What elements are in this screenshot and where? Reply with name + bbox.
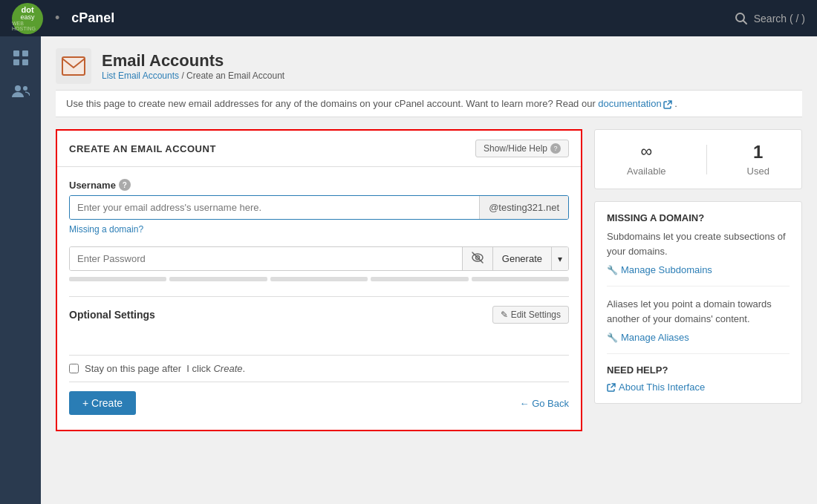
go-back-link[interactable]: ← Go Back bbox=[520, 398, 569, 409]
grid-icon bbox=[13, 50, 29, 66]
svg-rect-8 bbox=[62, 57, 85, 75]
email-icon bbox=[56, 48, 91, 84]
breadcrumb-link[interactable]: List Email Accounts bbox=[102, 71, 179, 81]
logo-sub-text: WEB HOSTING bbox=[12, 21, 43, 31]
eye-slash-icon bbox=[470, 252, 485, 264]
documentation-link[interactable]: documentation bbox=[598, 98, 661, 109]
page-title-area: Email Accounts List Email Accounts / Cre… bbox=[102, 51, 284, 81]
svg-rect-2 bbox=[13, 50, 19, 56]
username-label: Username ? bbox=[69, 179, 569, 191]
strength-bars bbox=[69, 274, 569, 284]
sidebar-icon-grid[interactable] bbox=[7, 44, 35, 72]
form-body: Username ? @testing321.net Missing a dom… bbox=[57, 167, 581, 430]
create-btn-label: + Create bbox=[82, 397, 123, 409]
search-area[interactable]: Search ( / ) bbox=[735, 12, 805, 25]
password-row: Generate ▾ bbox=[69, 246, 569, 271]
manage-subdomains-link[interactable]: 🔧 Manage Subdomains bbox=[607, 264, 790, 275]
svg-rect-4 bbox=[13, 59, 19, 65]
external-link-icon bbox=[663, 100, 672, 109]
logo-easy-text: easy bbox=[20, 14, 34, 21]
used-label: Used bbox=[747, 166, 769, 177]
aliases-section: Aliases let you point a domain towards a… bbox=[607, 297, 790, 354]
separator: • bbox=[55, 10, 59, 26]
missing-domain-link[interactable]: Missing a domain? bbox=[69, 224, 569, 235]
used-item: 1 Used bbox=[747, 142, 769, 177]
info-card: MISSING A DOMAIN? Subdomains let you cre… bbox=[594, 201, 802, 404]
strength-bar-5 bbox=[472, 277, 569, 281]
logo-dot-text: dot bbox=[21, 6, 33, 14]
help-circle-icon: ? bbox=[550, 143, 561, 154]
strength-bar-1 bbox=[69, 277, 166, 281]
layout: Email Accounts List Email Accounts / Cre… bbox=[0, 36, 817, 504]
need-help-section: NEED HELP? About This Interface bbox=[607, 364, 790, 393]
show-hide-help-button[interactable]: Show/Hide Help ? bbox=[475, 140, 569, 157]
username-help-icon[interactable]: ? bbox=[119, 179, 131, 191]
svg-rect-3 bbox=[22, 50, 28, 56]
infinity-symbol: ∞ bbox=[640, 142, 652, 161]
domain-tag: @testing321.net bbox=[479, 196, 568, 219]
need-help-heading: NEED HELP? bbox=[607, 364, 790, 376]
info-text: Use this page to create new email addres… bbox=[56, 90, 802, 117]
content-grid: CREATE AN EMAIL ACCOUNT Show/Hide Help ?… bbox=[56, 129, 802, 431]
cpanel-title: cPanel bbox=[71, 10, 114, 26]
search-icon bbox=[735, 12, 748, 25]
create-button[interactable]: + Create bbox=[69, 391, 136, 415]
main-content: Email Accounts List Email Accounts / Cre… bbox=[41, 36, 817, 504]
form-panel-header: CREATE AN EMAIL ACCOUNT Show/Hide Help ? bbox=[57, 131, 581, 167]
optional-header: Optional Settings ✎ Edit Settings bbox=[69, 306, 569, 324]
manage-aliases-link[interactable]: 🔧 Manage Aliases bbox=[607, 332, 790, 343]
about-interface-link[interactable]: About This Interface bbox=[607, 382, 790, 393]
username-input[interactable] bbox=[70, 196, 479, 219]
sidebar bbox=[0, 36, 41, 504]
svg-rect-5 bbox=[22, 59, 28, 65]
right-panel: ∞ Available 1 Used MISSING A DOMAIN? Sub… bbox=[594, 129, 802, 404]
generate-button[interactable]: Generate bbox=[492, 247, 551, 270]
toggle-password-button[interactable] bbox=[462, 247, 492, 270]
svg-point-6 bbox=[15, 85, 21, 91]
svg-point-7 bbox=[23, 86, 27, 91]
generate-dropdown-button[interactable]: ▾ bbox=[551, 247, 568, 270]
nav-left: dot easy WEB HOSTING • cPanel bbox=[12, 3, 114, 34]
users-icon bbox=[12, 84, 30, 100]
password-input[interactable] bbox=[70, 247, 462, 270]
edit-settings-button[interactable]: ✎ Edit Settings bbox=[492, 306, 569, 324]
breadcrumb-current: Create an Email Account bbox=[186, 71, 284, 81]
optional-title: Optional Settings bbox=[69, 309, 155, 321]
search-label: Search ( / ) bbox=[754, 13, 805, 24]
svg-line-1 bbox=[743, 20, 746, 24]
aliases-text: Aliases let you point a domain towards a… bbox=[607, 297, 790, 326]
logo-circle: dot easy WEB HOSTING bbox=[12, 3, 43, 34]
show-hide-label: Show/Hide Help bbox=[484, 143, 547, 154]
wrench-icon: 🔧 bbox=[607, 265, 618, 275]
strength-bar-2 bbox=[169, 277, 267, 281]
optional-space bbox=[69, 333, 569, 355]
missing-domain-heading: MISSING A DOMAIN? bbox=[607, 212, 790, 223]
strength-bar-4 bbox=[371, 277, 468, 281]
missing-domain-section: MISSING A DOMAIN? Subdomains let you cre… bbox=[607, 212, 790, 287]
form-actions: + Create ← Go Back bbox=[69, 382, 569, 418]
missing-domain-text: Subdomains let you create subsections of… bbox=[607, 229, 790, 258]
usage-card: ∞ Available 1 Used bbox=[594, 129, 802, 189]
checkbox-row: Stay on this page after I click Create. bbox=[69, 355, 569, 382]
stay-on-page-checkbox[interactable] bbox=[69, 364, 79, 373]
page-header: Email Accounts List Email Accounts / Cre… bbox=[56, 48, 802, 84]
info-text-suffix: . bbox=[674, 98, 677, 109]
external-link-icon-2 bbox=[607, 383, 616, 392]
form-panel-title: CREATE AN EMAIL ACCOUNT bbox=[69, 143, 216, 154]
info-text-prefix: Use this page to create new email addres… bbox=[66, 98, 598, 109]
stay-on-page-label[interactable]: Stay on this page after I click Create. bbox=[85, 363, 245, 374]
usage-divider bbox=[706, 145, 707, 174]
available-item: ∞ Available bbox=[627, 142, 666, 177]
logo: dot easy WEB HOSTING bbox=[12, 3, 43, 34]
top-nav: dot easy WEB HOSTING • cPanel Search ( /… bbox=[0, 0, 817, 36]
breadcrumb: List Email Accounts / Create an Email Ac… bbox=[102, 71, 284, 81]
available-label: Available bbox=[627, 166, 666, 177]
page-title: Email Accounts bbox=[102, 51, 284, 71]
username-row: @testing321.net bbox=[69, 195, 569, 220]
strength-bar-3 bbox=[270, 277, 368, 281]
create-form-panel: CREATE AN EMAIL ACCOUNT Show/Hide Help ?… bbox=[56, 129, 582, 431]
used-count: 1 bbox=[753, 142, 763, 163]
pencil-icon: ✎ bbox=[501, 310, 508, 320]
sidebar-icon-users[interactable] bbox=[7, 78, 35, 106]
section-divider bbox=[69, 296, 569, 297]
